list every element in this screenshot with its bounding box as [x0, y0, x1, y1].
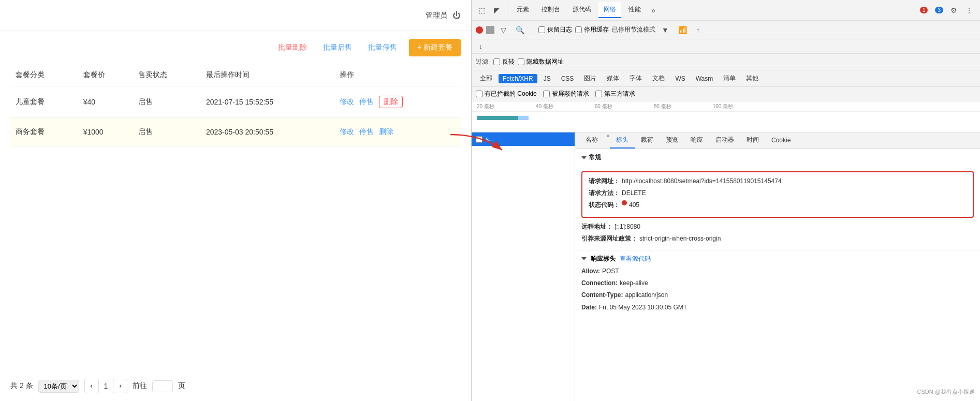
col-header-category: 套餐分类: [10, 64, 78, 86]
general-title: 常规: [581, 153, 974, 162]
filter-ws[interactable]: WS: [671, 74, 689, 83]
response-headers-title: 响应标头 查看源代码: [581, 255, 974, 263]
remote-addr-value: [::1]:8080: [615, 222, 640, 232]
logout-icon[interactable]: ⏻: [452, 11, 461, 20]
device-icon[interactable]: ◤: [491, 4, 503, 17]
wifi-icon[interactable]: 📶: [675, 24, 690, 36]
filter-js[interactable]: JS: [539, 74, 555, 83]
filter-css[interactable]: CSS: [557, 74, 578, 83]
subtab-name[interactable]: 名称: [579, 132, 604, 148]
blocked-cookie-label[interactable]: 有已拦截的 Cookie: [476, 90, 537, 98]
allow-label: Allow:: [581, 266, 600, 276]
subtab-preview[interactable]: 预览: [660, 132, 684, 148]
devtools-tab-bar: ⬚ ◤ 元素 控制台 源代码 网络 性能 » 1 3 ⚙ ⋮: [472, 0, 980, 21]
general-highlight-box: 请求网址： http://localhost:8080/setmeal?ids=…: [581, 171, 974, 218]
batch-start-button[interactable]: 批量启售: [319, 40, 356, 55]
row1-stop-button[interactable]: 停售: [359, 97, 374, 107]
reverse-checkbox[interactable]: [493, 58, 500, 65]
third-party-label[interactable]: 第三方请求: [595, 90, 635, 98]
row1-edit-button[interactable]: 修改: [340, 97, 354, 107]
timeline-bar-area: [472, 112, 980, 132]
cookie-filter-bar: 有已拦截的 Cookie 被屏蔽的请求 第三方请求: [472, 87, 980, 101]
filter-all[interactable]: 全部: [476, 73, 496, 84]
more-options-icon[interactable]: ⋮: [962, 4, 976, 17]
cursor-icon[interactable]: ⬚: [476, 4, 489, 17]
hide-data-urls-checkbox[interactable]: [518, 58, 524, 65]
tab-console[interactable]: 控制台: [536, 2, 565, 18]
filter-font[interactable]: 字体: [625, 73, 646, 84]
row2-edit-button[interactable]: 修改: [340, 127, 354, 137]
blocked-request-checkbox[interactable]: [543, 91, 550, 97]
goto-input[interactable]: 1: [152, 380, 173, 392]
subtab-initiator[interactable]: 启动器: [709, 132, 740, 148]
row2-stop-button[interactable]: 停售: [359, 127, 374, 137]
tab-network[interactable]: 网络: [598, 2, 621, 18]
referrer-policy-row: 引荐来源网址政策： strict-origin-when-cross-origi…: [581, 234, 974, 244]
preserve-log-label[interactable]: 保留日志: [538, 25, 572, 34]
subtab-timing[interactable]: 时间: [740, 132, 765, 148]
disable-cache-checkbox[interactable]: [575, 26, 582, 33]
next-page-button[interactable]: ›: [113, 379, 127, 393]
prev-page-button[interactable]: ‹: [84, 379, 99, 393]
main-panel: 管理员 ⏻ 批量删除 批量启售 批量停售 + 新建套餐 套餐分类 套餐价 售卖状…: [0, 0, 471, 401]
throttle-dropdown[interactable]: ▼: [659, 24, 672, 36]
allow-value: POST: [602, 266, 619, 276]
type-filter-bar: 全部 Fetch/XHR JS CSS 图片 媒体 字体 文档 WS Wasm …: [472, 70, 980, 87]
subtab-close-icon[interactable]: ×: [606, 132, 610, 148]
col-header-time: 最后操作时间: [201, 64, 334, 86]
batch-delete-button[interactable]: 批量删除: [274, 40, 311, 55]
reverse-label[interactable]: 反转: [493, 57, 515, 66]
watermark: CSDN @我有点小叛逆: [917, 388, 975, 396]
subtab-cookie[interactable]: Cookie: [765, 132, 797, 148]
hide-data-urls-label[interactable]: 隐藏数据网址: [518, 57, 564, 66]
table-row: 儿童套餐 ¥40 启售 2021-07-15 15:52:55 修改 停售 删除: [10, 86, 461, 118]
filter-img[interactable]: 图片: [580, 73, 601, 84]
record-button[interactable]: [476, 26, 483, 34]
filter-bar: 过滤 反转 隐藏数据网址: [472, 54, 980, 70]
filter-fetch-xhr[interactable]: Fetch/XHR: [499, 74, 537, 83]
filter-label: 过滤: [476, 57, 488, 66]
warning-badge: 3: [935, 7, 943, 13]
download-bar: ↓: [472, 39, 980, 54]
ruler-100ms: 100 毫秒: [713, 103, 733, 110]
ruler-40ms: 40 毫秒: [536, 103, 553, 110]
row1-delete-button[interactable]: 删除: [379, 96, 403, 108]
controls-separator: [533, 25, 533, 35]
filter-icon[interactable]: ▽: [498, 24, 509, 36]
tab-elements[interactable]: 元素: [511, 2, 534, 18]
response-headers-section: 响应标头 查看源代码 Allow: POST Connection: keep-…: [575, 250, 980, 319]
subtab-payload[interactable]: 载荷: [635, 132, 660, 148]
per-page-select[interactable]: 10条/页: [38, 380, 79, 393]
tab-performance[interactable]: 性能: [623, 2, 646, 18]
new-setmeal-button[interactable]: + 新建套餐: [409, 39, 461, 56]
filter-manifest[interactable]: 清单: [719, 73, 740, 84]
subtab-response[interactable]: 响应: [684, 132, 709, 148]
filter-other[interactable]: 其他: [742, 73, 763, 84]
subtab-headers[interactable]: 标头: [610, 132, 635, 148]
view-source-link[interactable]: 查看源代码: [620, 255, 651, 263]
settings-icon[interactable]: ⚙: [947, 4, 960, 17]
col-header-actions: 操作: [334, 64, 461, 86]
row2-delete-button[interactable]: 删除: [379, 127, 393, 137]
more-tabs-icon[interactable]: »: [648, 4, 659, 17]
download-icon[interactable]: ↓: [476, 40, 486, 53]
general-extra-section: 远程地址： [::1]:8080 引荐来源网址政策： strict-origin…: [575, 220, 980, 250]
blocked-cookie-checkbox[interactable]: [476, 91, 482, 97]
connection-value: keep-alive: [620, 278, 648, 288]
blocked-request-label[interactable]: 被屏蔽的请求: [543, 90, 589, 98]
col-header-price: 套餐价: [78, 64, 134, 86]
upload-icon[interactable]: ↑: [693, 24, 703, 36]
preserve-log-checkbox[interactable]: [538, 26, 545, 33]
third-party-checkbox[interactable]: [595, 91, 602, 97]
tab-sources[interactable]: 源代码: [567, 2, 596, 18]
status-dot: [622, 200, 627, 205]
filter-wasm[interactable]: Wasm: [692, 74, 718, 83]
date-label: Date:: [581, 303, 597, 313]
search-icon[interactable]: 🔍: [513, 24, 528, 36]
disable-cache-label[interactable]: 停用缓存: [575, 25, 609, 34]
filter-media[interactable]: 媒体: [603, 73, 623, 84]
clear-button[interactable]: [486, 26, 494, 34]
filter-doc[interactable]: 文档: [648, 73, 669, 84]
request-method-value: DELETE: [622, 188, 646, 198]
batch-stop-button[interactable]: 批量停售: [364, 40, 401, 55]
